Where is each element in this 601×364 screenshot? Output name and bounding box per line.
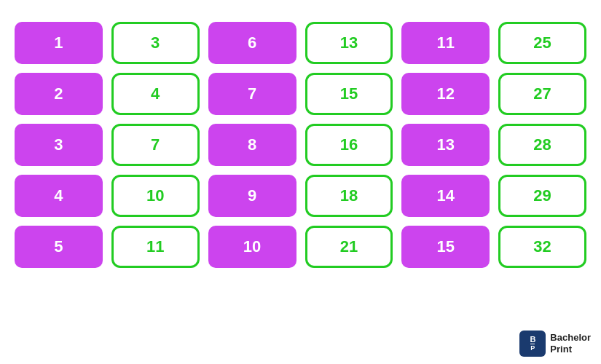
cell-r5-c4: 21: [305, 226, 393, 268]
cell-r4-c4: 18: [305, 175, 393, 217]
cell-r4-c1: 4: [15, 175, 103, 217]
cell-r5-c2: 11: [111, 226, 200, 268]
cell-r4-c6: 29: [498, 175, 586, 217]
cell-r4-c5: 14: [401, 175, 490, 217]
cell-r1-c1: 1: [15, 22, 103, 64]
cell-r1-c6: 25: [498, 22, 586, 64]
cell-r3-c5: 13: [401, 124, 490, 166]
cell-r2-c6: 27: [498, 73, 586, 115]
cell-r5-c6: 32: [498, 226, 586, 268]
logo-text: Bachelor Print: [550, 332, 591, 355]
cell-r2-c4: 15: [305, 73, 393, 115]
cell-r3-c6: 28: [498, 124, 586, 166]
cell-r3-c2: 7: [111, 124, 200, 166]
cell-r1-c5: 11: [401, 22, 490, 64]
cell-r2-c5: 12: [401, 73, 490, 115]
cell-r1-c4: 13: [305, 22, 393, 64]
logo-area: B P Bachelor Print: [519, 331, 591, 357]
cell-r2-c1: 2: [15, 73, 103, 115]
cell-r3-c1: 3: [15, 124, 103, 166]
logo-line2: Print: [550, 344, 591, 355]
cell-r2-c3: 7: [208, 73, 296, 115]
cell-r3-c3: 8: [208, 124, 296, 166]
logo-line1: Bachelor: [550, 332, 591, 344]
logo-icon: B P: [519, 331, 546, 357]
cell-r5-c5: 15: [401, 226, 490, 268]
cell-r2-c2: 4: [111, 73, 200, 115]
number-grid: 1361311252471512273781613284109181429511…: [0, 0, 601, 282]
cell-r1-c2: 3: [111, 22, 200, 64]
cell-r1-c3: 6: [208, 22, 296, 64]
cell-r4-c2: 10: [111, 175, 200, 217]
cell-r5-c3: 10: [208, 226, 296, 268]
cell-r4-c3: 9: [208, 175, 296, 217]
cell-r3-c4: 16: [305, 124, 393, 166]
cell-r5-c1: 5: [15, 226, 103, 268]
